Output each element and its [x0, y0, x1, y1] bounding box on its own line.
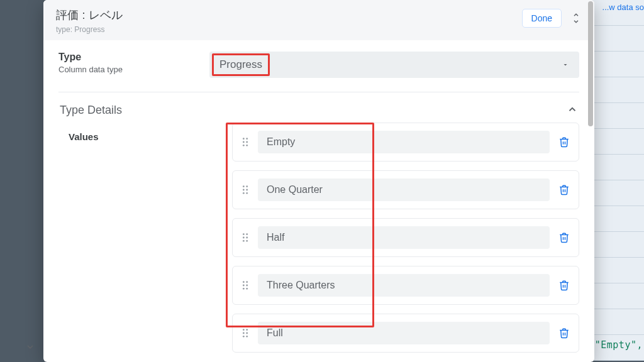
chevron-up-icon — [567, 104, 578, 118]
value-input[interactable] — [258, 226, 550, 249]
type-sublabel: Column data type — [58, 65, 197, 74]
dialog-scrollbar-thumb[interactable] — [588, 1, 593, 126]
svg-point-27 — [246, 332, 248, 334]
svg-point-7 — [246, 185, 248, 187]
value-row — [232, 218, 579, 257]
value-input[interactable] — [258, 322, 550, 344]
background-link-fragment: ...w data so — [602, 0, 644, 14]
svg-point-15 — [246, 236, 248, 238]
svg-point-9 — [246, 189, 248, 190]
value-input[interactable] — [258, 131, 550, 153]
type-label: Type — [58, 52, 197, 63]
svg-point-1 — [246, 138, 248, 140]
svg-point-24 — [243, 329, 245, 331]
svg-point-17 — [246, 240, 248, 242]
svg-point-11 — [246, 192, 248, 194]
svg-point-13 — [246, 233, 248, 235]
svg-point-16 — [243, 240, 245, 242]
value-row — [232, 266, 579, 305]
svg-point-22 — [243, 288, 245, 290]
done-button[interactable]: Done — [522, 9, 562, 28]
svg-point-4 — [243, 145, 245, 146]
dialog-title: 評価 : レベル — [56, 9, 123, 23]
svg-point-14 — [243, 236, 245, 238]
svg-point-19 — [246, 281, 248, 283]
background-rows — [587, 0, 644, 362]
value-input[interactable] — [258, 178, 550, 201]
svg-point-10 — [243, 192, 245, 194]
background-expand-chevron[interactable] — [25, 342, 35, 354]
trash-icon[interactable] — [558, 184, 570, 195]
value-row — [232, 170, 579, 209]
svg-point-29 — [246, 336, 248, 337]
svg-point-18 — [243, 281, 245, 283]
values-label: Values — [69, 131, 226, 142]
column-editor-dialog: 評価 : レベル type: Progress Done Type Column… — [43, 0, 594, 362]
svg-point-6 — [243, 185, 245, 187]
trash-icon[interactable] — [558, 136, 570, 148]
svg-point-12 — [243, 233, 245, 235]
background-code-fragment: "Empty", — [595, 339, 643, 351]
value-row — [232, 123, 579, 162]
dialog-header: 評価 : レベル type: Progress Done — [43, 0, 594, 40]
drag-handle-icon[interactable] — [242, 137, 249, 147]
drag-handle-icon[interactable] — [242, 185, 249, 195]
svg-point-25 — [246, 329, 248, 331]
svg-point-3 — [246, 141, 248, 143]
drag-handle-icon[interactable] — [242, 328, 249, 338]
svg-point-26 — [243, 332, 245, 334]
type-details-header[interactable]: Type Details — [58, 92, 579, 123]
dialog-subtitle: type: Progress — [56, 25, 123, 34]
type-section: Type Column data type Progress — [58, 52, 579, 92]
values-list — [232, 123, 579, 361]
svg-point-21 — [246, 284, 248, 286]
type-details-title: Type Details — [60, 104, 122, 117]
svg-point-8 — [243, 189, 245, 190]
svg-point-23 — [246, 288, 248, 290]
value-input[interactable] — [258, 274, 550, 297]
svg-point-2 — [243, 141, 245, 143]
unfold-icon[interactable] — [570, 13, 582, 24]
drag-handle-icon[interactable] — [242, 280, 249, 290]
svg-point-28 — [243, 336, 245, 337]
value-row — [232, 314, 579, 353]
caret-down-icon — [562, 61, 569, 69]
type-select[interactable]: Progress — [209, 52, 579, 78]
trash-icon[interactable] — [558, 232, 570, 243]
trash-icon[interactable] — [558, 327, 570, 339]
svg-point-0 — [243, 138, 245, 140]
trash-icon[interactable] — [558, 280, 570, 291]
svg-point-20 — [243, 284, 245, 286]
drag-handle-icon[interactable] — [242, 233, 249, 243]
svg-point-5 — [246, 145, 248, 146]
